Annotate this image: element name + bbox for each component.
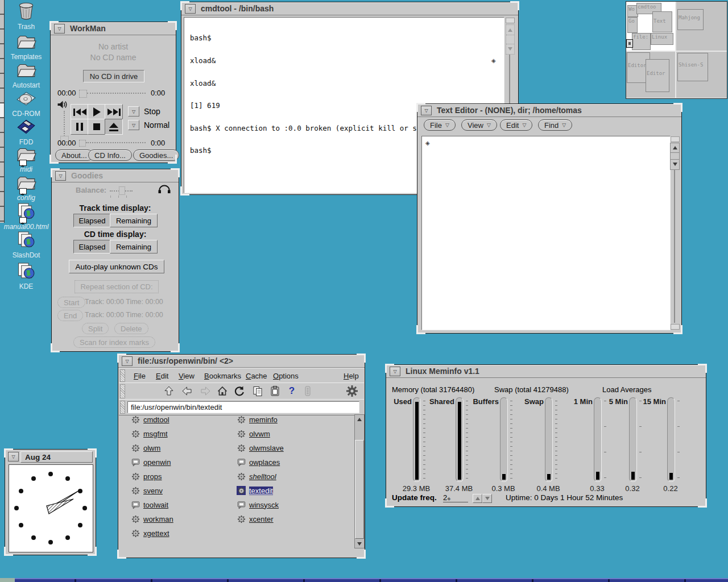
scrollbar-top-anchor[interactable]	[671, 136, 680, 142]
copy-button[interactable]	[251, 385, 264, 397]
window-menu-button[interactable]: ▽	[185, 4, 196, 14]
file-item[interactable]: shelltool	[237, 472, 276, 481]
texteditor-titlebar[interactable]: ▽ Text Editor - (NONE), dir; /home/tomas	[417, 104, 681, 117]
desktop-icon-kde[interactable]: KDE	[2, 262, 50, 290]
about-button[interactable]: About...	[55, 149, 93, 161]
editor-canvas[interactable]: ◈	[421, 136, 671, 330]
window-menu-button[interactable]: ▽	[8, 452, 19, 462]
goodies-titlebar[interactable]: ▽ Goodies	[52, 169, 179, 182]
cd-info-button[interactable]: CD Info...	[88, 149, 132, 161]
file-item[interactable]: olwm	[131, 443, 160, 452]
file-item[interactable]: svenv	[131, 486, 163, 495]
scrollbar-top-anchor[interactable]	[506, 18, 515, 23]
scrollbar-elevator[interactable]	[506, 24, 515, 55]
file-item[interactable]: props	[131, 472, 162, 481]
file-item[interactable]: toolwait	[131, 500, 168, 509]
cd-elapsed-button[interactable]: Elapsed	[73, 240, 111, 253]
menu-bookmarks[interactable]: Bookmarks	[204, 372, 241, 380]
previous-track-button[interactable]	[71, 104, 89, 120]
desktop-icon-autostart[interactable]: Autostart	[2, 61, 50, 89]
window-menu-button[interactable]: ▽	[54, 24, 65, 34]
menu-file[interactable]: File	[134, 372, 146, 380]
scroll-up-icon[interactable]	[506, 25, 514, 35]
cmdtool-titlebar[interactable]: ▽ cmdtool - /bin/bash	[181, 2, 518, 15]
goodies-button[interactable]: Goodies...	[133, 149, 179, 161]
file-item[interactable]: winsysck	[237, 500, 279, 509]
location-input[interactable]	[127, 401, 359, 413]
pager-desktop-3[interactable]: Editor Editor	[626, 52, 675, 98]
file-item[interactable]: openwin	[131, 458, 171, 467]
toolbar-drag-handle[interactable]	[120, 384, 125, 398]
filemanager-titlebar[interactable]: ▽ file:/usr/openwin/bin/ <2>	[118, 355, 365, 368]
menu-cache[interactable]: Cache	[246, 372, 267, 380]
pager-mini-window[interactable]: Shisen-S	[677, 53, 708, 81]
window-menu-button[interactable]: ▽	[390, 367, 400, 376]
next-track-button[interactable]	[105, 104, 123, 120]
pager-mini-icon[interactable]	[626, 39, 633, 48]
desktop-icon-slashdot[interactable]: SlashDot	[2, 231, 50, 259]
track-remaining-button[interactable]: Remaining	[110, 214, 158, 227]
scroll-up-icon[interactable]	[355, 415, 364, 423]
scroll-down-icon[interactable]	[355, 539, 364, 548]
file-item[interactable]: xgettext	[131, 529, 169, 538]
pager-mini-window[interactable]: Linux	[651, 33, 673, 45]
scrollbar-thumb[interactable]	[355, 440, 364, 539]
file-item-selected[interactable]: textedit	[237, 486, 273, 495]
edit-menu-button[interactable]: Edit▽	[500, 119, 532, 131]
scrollbar-drag-box[interactable]	[671, 153, 679, 159]
toolbar-drag-handle[interactable]	[120, 401, 125, 414]
toolbar-drag-handle[interactable]	[120, 369, 125, 382]
scroll-down-icon[interactable]	[671, 159, 679, 169]
home-button[interactable]	[216, 385, 229, 397]
desktop-icon-trash[interactable]: Trash	[2, 2, 50, 31]
view-menu-button[interactable]: View▽	[461, 119, 497, 131]
desktop-icon-templates[interactable]: Templates	[2, 33, 50, 61]
file-item[interactable]: cmdtool	[131, 415, 169, 424]
play-state-menu-button[interactable]: ▽	[128, 106, 139, 117]
file-item[interactable]: olvwm	[237, 429, 270, 438]
desktop-icon-cdrom[interactable]: CD-ROM	[2, 90, 50, 118]
scrollbar-elevator[interactable]	[670, 143, 680, 170]
eject-button[interactable]	[105, 119, 123, 135]
track-elapsed-button[interactable]: Elapsed	[73, 214, 111, 227]
file-item[interactable]: msgfmt	[131, 429, 168, 438]
menu-help[interactable]: Help	[344, 372, 359, 380]
help-button[interactable]: ?	[285, 385, 299, 397]
file-item[interactable]: olwmslave	[237, 443, 284, 452]
file-item[interactable]: meminfo	[237, 415, 278, 424]
paste-button[interactable]	[268, 385, 282, 397]
file-item[interactable]: owplaces	[237, 458, 280, 467]
play-button[interactable]	[88, 104, 106, 120]
spin-down-button[interactable]	[482, 494, 492, 503]
window-menu-button[interactable]: ▽	[421, 106, 432, 115]
scrollbar-drag-box[interactable]	[506, 35, 514, 44]
file-menu-button[interactable]: File▽	[424, 119, 456, 131]
window-menu-button[interactable]: ▽	[55, 171, 66, 181]
reload-button[interactable]	[233, 385, 246, 397]
update-freq-input[interactable]: 2◈	[443, 493, 468, 502]
menu-edit[interactable]: Edit	[156, 372, 168, 380]
scroll-up-icon[interactable]	[671, 143, 679, 153]
desktop-icon-config[interactable]: config	[2, 174, 50, 202]
up-button[interactable]	[162, 385, 176, 397]
pause-button[interactable]	[71, 119, 89, 135]
scrollbar-cable[interactable]	[674, 169, 675, 323]
window-menu-button[interactable]: ▽	[122, 356, 133, 366]
pager-desktop-2[interactable]: Mahjong	[676, 2, 727, 51]
find-menu-button[interactable]: Find▽	[538, 119, 572, 131]
file-item[interactable]: xcenter	[237, 514, 274, 523]
desktop-icon-fdd[interactable]: FDD	[2, 118, 50, 146]
desktop-icon-midi[interactable]: midi	[2, 146, 50, 173]
menu-options[interactable]: Options	[273, 372, 299, 380]
spin-up-button[interactable]	[473, 494, 482, 503]
pager-desktop-1[interactable]: Wo cmdtoo Text Go file: Linux	[626, 2, 675, 51]
desktop-icon-manual00[interactable]: manual00.html	[2, 202, 50, 231]
meminfo-titlebar[interactable]: ▽ Linux Meminfo v1.1	[386, 365, 706, 378]
pager-mini-window[interactable]: Mahjong	[677, 9, 704, 30]
play-mode-menu-button[interactable]: ▽	[128, 120, 139, 130]
pager-mini-window[interactable]: Text	[652, 11, 672, 32]
menu-view[interactable]: View	[179, 372, 195, 380]
pager-mini-window[interactable]: file:	[632, 33, 651, 50]
workman-titlebar[interactable]: ▽ WorkMan	[51, 22, 176, 35]
file-item[interactable]: workman	[131, 514, 173, 523]
